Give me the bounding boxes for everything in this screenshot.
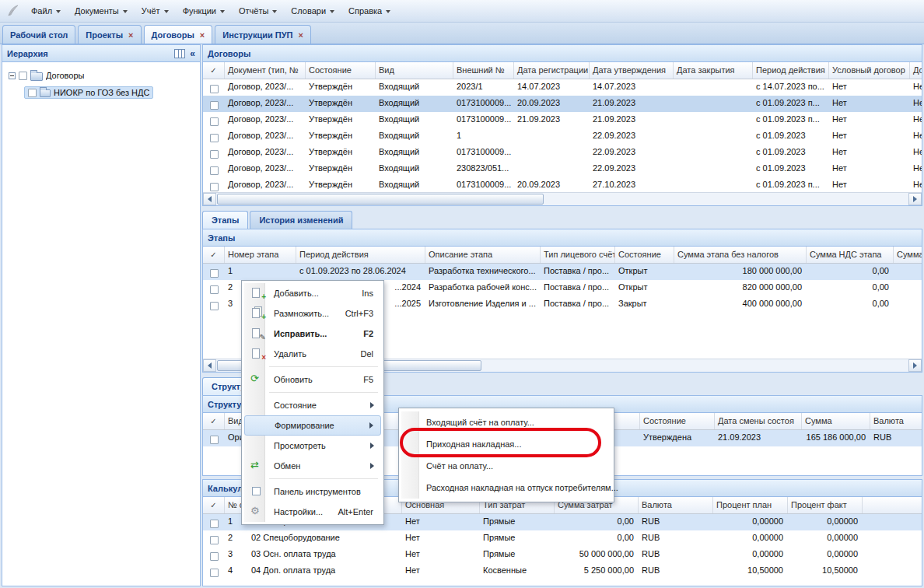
menubar-item-2[interactable]: Документы <box>68 2 135 19</box>
row-checkbox[interactable] <box>210 117 219 126</box>
stages-tab-2[interactable]: История изменений <box>250 211 352 229</box>
close-tab-icon[interactable]: × <box>128 31 133 39</box>
contracts-column-header-8[interactable]: Период действия <box>753 62 829 79</box>
row-checkbox[interactable] <box>210 150 219 159</box>
workspace-tab-1[interactable]: Рабочий стол <box>2 25 75 44</box>
columns-icon[interactable] <box>174 49 185 58</box>
contracts-row-7[interactable]: Договор, 2023/...УтверждёнВходящий017310… <box>203 177 922 192</box>
context-menu-item-generate[interactable]: Формирование <box>244 415 381 436</box>
tree-node-checkbox[interactable] <box>19 72 27 80</box>
workspace-tab-4[interactable]: Инструкции ПУП× <box>215 25 311 44</box>
structure-column-header-4[interactable]: Дата смены состоя <box>715 413 802 429</box>
stages-column-header-4[interactable]: Тип лицевого счёт <box>541 247 615 263</box>
stages-column-header-3[interactable]: Описание этапа <box>425 247 541 263</box>
collapse-node-icon[interactable] <box>9 72 16 79</box>
contracts-column-header-2[interactable]: Состояние <box>306 62 376 79</box>
tree-node-label[interactable]: Договоры <box>46 71 84 80</box>
contracts-row-4[interactable]: Договор, 2023/...УтверждёнВходящий122.09… <box>203 128 922 145</box>
row-checkbox[interactable] <box>210 285 219 294</box>
structure-column-header-3[interactable]: Состояние <box>640 413 715 429</box>
contracts-column-header-9[interactable]: Условный договор <box>829 62 910 79</box>
scroll-right-button[interactable] <box>908 359 922 372</box>
stages-tab-1[interactable]: Этапы <box>202 211 248 229</box>
calculation-select-all-checkbox[interactable]: ✓ <box>203 497 225 513</box>
structure-column-header-6[interactable]: Валюта <box>870 413 922 429</box>
contracts-column-header-1[interactable]: Документ (тип, № <box>225 62 306 79</box>
contracts-row-6[interactable]: Договор, 2023/...УтверждёнВходящий230823… <box>203 161 922 177</box>
tree-node-root[interactable]: Договоры <box>5 67 197 84</box>
contracts-column-header-5[interactable]: Дата регистрации <box>514 62 590 79</box>
contracts-horizontal-scrollbar[interactable] <box>203 192 922 205</box>
scroll-left-button[interactable] <box>203 359 216 372</box>
calculation-row-3[interactable]: 303 Осн. оплата трудаНетПрямые50 000 000… <box>203 547 922 563</box>
context-menu-item-exchange[interactable]: ⇄Обмен <box>244 456 381 476</box>
context-menu-item-edit[interactable]: ✎Исправить...F2 <box>244 324 381 344</box>
row-checkbox[interactable] <box>210 436 219 444</box>
scrollbar-track[interactable] <box>216 193 908 205</box>
calculation-column-header-6[interactable]: Валюта <box>639 497 713 513</box>
row-checkbox[interactable] <box>210 85 219 93</box>
contracts-row-5[interactable]: Договор, 2023/...УтверждёнВходящий017310… <box>203 145 922 161</box>
row-checkbox[interactable] <box>210 569 219 577</box>
contracts-row-2[interactable]: Договор, 2023/...УтверждёнВходящий017310… <box>203 96 922 112</box>
context-menu-item-duplicate[interactable]: +Размножить...Ctrl+F3 <box>244 303 381 324</box>
contracts-row-1[interactable]: Договор, 2023/...УтверждёнВходящий2023/1… <box>203 79 922 96</box>
context-menu-item-toolbar[interactable]: Панель инструментов <box>244 481 381 502</box>
calculation-column-header-8[interactable]: Процент факт <box>788 497 863 513</box>
context-menu-item-add[interactable]: +Добавить...Ins <box>244 283 381 303</box>
workspace-tab-2[interactable]: Проекты× <box>78 25 141 44</box>
row-checkbox[interactable] <box>210 183 219 191</box>
context-menu-item-view[interactable]: Просмотреть <box>244 436 381 456</box>
workspace-tab-3[interactable]: Договоры× <box>144 25 213 44</box>
calculation-row-2[interactable]: 202 СпецоборудованиеНетПрямые0,00RUB0,00… <box>203 530 922 547</box>
row-checkbox[interactable] <box>210 536 219 544</box>
menubar-item-3[interactable]: Учёт <box>135 2 176 19</box>
stages-column-header-7[interactable]: Сумма НДС этапа <box>807 247 894 263</box>
contracts-column-header-6[interactable]: Дата утверждения <box>590 62 674 79</box>
stages-column-header-5[interactable]: Состояние <box>615 247 674 263</box>
stages-column-header-1[interactable]: Номер этапа <box>225 247 296 263</box>
submenu-item-incoming-invoice[interactable]: Входящий счёт на оплату... <box>401 411 611 433</box>
context-menu-item-settings[interactable]: ⚙Настройки...Alt+Enter <box>244 502 381 522</box>
row-checkbox[interactable] <box>210 101 219 110</box>
contracts-column-header-4[interactable]: Внешний № <box>453 62 514 79</box>
tree-node-checkbox[interactable] <box>28 89 37 97</box>
context-menu-item-refresh[interactable]: ⟳ОбновитьF5 <box>244 369 381 390</box>
stages-column-header-2[interactable]: Период действия <box>296 247 425 263</box>
menubar-item-5[interactable]: Отчёты <box>232 2 284 19</box>
contracts-column-header-7[interactable]: Дата закрытия <box>674 62 753 79</box>
scroll-right-button[interactable] <box>908 193 922 205</box>
menubar-item-1[interactable]: Файл <box>24 2 68 19</box>
context-menu-item-state[interactable]: Состояние <box>244 395 381 415</box>
stages-select-all-checkbox[interactable]: ✓ <box>203 247 225 263</box>
menubar-item-6[interactable]: Словари <box>284 2 341 19</box>
scroll-left-button[interactable] <box>203 193 216 205</box>
stages-column-header-6[interactable]: Сумма этапа без налогов <box>674 247 807 263</box>
contracts-column-header-3[interactable]: Вид <box>376 62 453 79</box>
submenu-item-invoice[interactable]: Счёт на оплату... <box>401 455 611 477</box>
contracts-column-header-10[interactable]: До <box>910 62 922 79</box>
submenu-item-outgoing-note[interactable]: Расходная накладная на отпуск потребител… <box>401 477 611 499</box>
row-checkbox[interactable] <box>210 269 219 278</box>
close-tab-icon[interactable]: × <box>200 31 205 39</box>
submenu-item-receipt-note[interactable]: Приходная накладная... <box>401 433 611 455</box>
close-tab-icon[interactable]: × <box>299 31 303 39</box>
calculation-column-header-7[interactable]: Процент план <box>713 497 788 513</box>
row-checkbox[interactable] <box>210 134 219 142</box>
menubar-item-4[interactable]: Функции <box>176 2 232 19</box>
tree-node-label[interactable]: НИОКР по ГОЗ без НДС <box>54 88 149 97</box>
row-checkbox[interactable] <box>210 552 219 561</box>
contracts-row-3[interactable]: Договор, 2023/...УтверждёнВходящий017310… <box>203 112 922 128</box>
row-checkbox[interactable] <box>210 520 219 528</box>
row-checkbox[interactable] <box>210 302 219 310</box>
menubar-item-7[interactable]: Справка <box>341 2 397 19</box>
context-menu-item-delete[interactable]: ×УдалитьDel <box>244 344 381 364</box>
collapse-panel-icon[interactable]: « <box>190 49 195 58</box>
row-checkbox[interactable] <box>210 166 219 175</box>
structure-select-all-checkbox[interactable]: ✓ <box>203 413 225 429</box>
stages-row-1[interactable]: 1с 01.09.2023 по 28.06.2024Разработка те… <box>203 264 922 280</box>
structure-column-header-5[interactable]: Сумма <box>802 413 870 429</box>
calculation-row-4[interactable]: 404 Доп. оплата трудаНетКосвенные5 250 0… <box>203 563 922 579</box>
tree-node-child[interactable]: НИОКР по ГОЗ без НДС <box>5 84 197 101</box>
scrollbar-thumb[interactable] <box>217 194 544 205</box>
